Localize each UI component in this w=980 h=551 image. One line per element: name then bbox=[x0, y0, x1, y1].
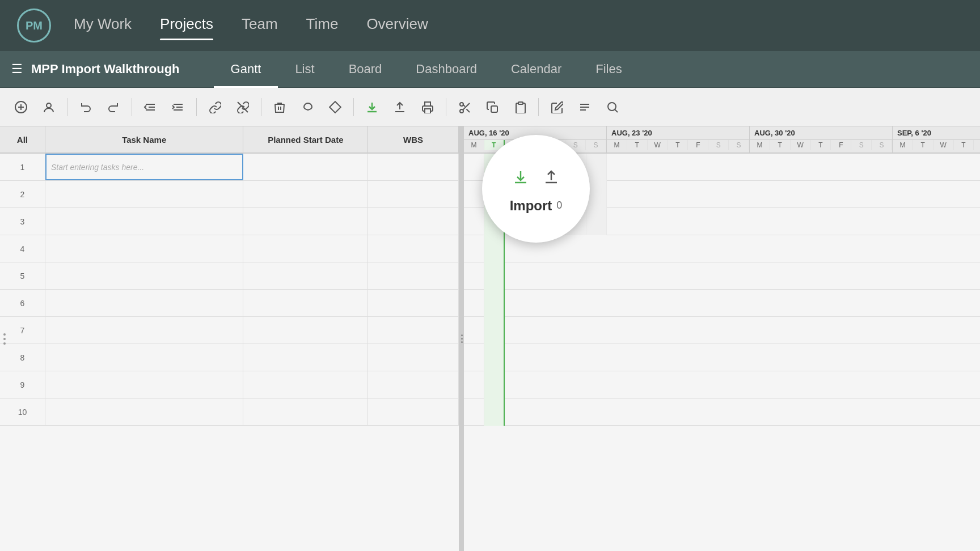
gantt-row-6 bbox=[464, 290, 980, 317]
gantt-day: M bbox=[464, 140, 484, 150]
task-cell-7[interactable] bbox=[45, 317, 244, 344]
date-cell-10[interactable] bbox=[243, 399, 368, 425]
grid-resize-handle[interactable] bbox=[459, 126, 464, 551]
task-cell-2[interactable] bbox=[45, 181, 244, 207]
import-button[interactable] bbox=[360, 95, 385, 120]
row-num-6: 6 bbox=[0, 290, 45, 316]
text-button[interactable] bbox=[572, 95, 597, 120]
app-logo[interactable]: PM bbox=[17, 9, 51, 43]
gantt-cell-today bbox=[484, 399, 505, 426]
col-header-all[interactable]: All bbox=[0, 126, 45, 152]
tab-gantt[interactable]: Gantt bbox=[214, 51, 278, 88]
gantt-row-5 bbox=[464, 262, 980, 290]
import-upload-icon[interactable] bbox=[539, 164, 564, 189]
assign-user-button[interactable] bbox=[36, 95, 61, 120]
date-cell-7[interactable] bbox=[243, 317, 368, 344]
wbs-cell-3[interactable] bbox=[368, 208, 459, 235]
date-cell-5[interactable] bbox=[243, 262, 368, 289]
task-cell-4[interactable] bbox=[45, 235, 244, 262]
col-header-task[interactable]: Task Name bbox=[45, 126, 244, 152]
nav-time[interactable]: Time bbox=[306, 15, 339, 36]
import-download-icon[interactable] bbox=[508, 164, 533, 189]
add-task-button[interactable] bbox=[9, 95, 33, 120]
task-cell-10[interactable] bbox=[45, 399, 244, 425]
outdent-button[interactable] bbox=[138, 95, 163, 120]
wbs-cell-9[interactable] bbox=[368, 371, 459, 398]
edit-button[interactable] bbox=[544, 95, 569, 120]
wbs-cell-10[interactable] bbox=[368, 399, 459, 425]
tab-list[interactable]: List bbox=[278, 51, 331, 88]
task-cell-8[interactable] bbox=[45, 344, 244, 371]
cut-button[interactable] bbox=[452, 95, 477, 120]
col-header-wbs[interactable]: WBS bbox=[368, 126, 459, 152]
wbs-cell-7[interactable] bbox=[368, 317, 459, 344]
wbs-cell-1[interactable] bbox=[368, 154, 459, 180]
delete-button[interactable] bbox=[267, 95, 292, 120]
import-tooltip-bubble: Import 0 bbox=[482, 135, 590, 243]
wbs-cell-2[interactable] bbox=[368, 181, 459, 207]
wbs-cell-6[interactable] bbox=[368, 290, 459, 316]
date-cell-3[interactable] bbox=[243, 208, 368, 235]
gantt-day-weekend: S bbox=[708, 140, 729, 150]
date-cell-8[interactable] bbox=[243, 344, 368, 371]
gantt-cell-today bbox=[484, 371, 505, 399]
nav-my-work[interactable]: My Work bbox=[74, 15, 132, 36]
nav-overview[interactable]: Overview bbox=[366, 15, 428, 36]
svg-rect-25 bbox=[518, 102, 523, 104]
wbs-cell-5[interactable] bbox=[368, 262, 459, 289]
link-button[interactable] bbox=[202, 95, 227, 120]
wbs-cell-4[interactable] bbox=[368, 235, 459, 262]
tab-files[interactable]: Files bbox=[578, 51, 639, 88]
gantt-cell-weekend bbox=[586, 154, 607, 181]
left-panel-handle[interactable] bbox=[0, 333, 9, 345]
tab-calendar[interactable]: Calendar bbox=[494, 51, 578, 88]
nav-projects[interactable]: Projects bbox=[160, 15, 213, 36]
row-num-5: 5 bbox=[0, 262, 45, 289]
nav-team[interactable]: Team bbox=[242, 15, 278, 36]
col-header-date[interactable]: Planned Start Date bbox=[243, 126, 368, 152]
gantt-cell-today bbox=[484, 290, 505, 317]
task-cell-5[interactable] bbox=[45, 262, 244, 289]
gantt-day: T bbox=[811, 140, 831, 150]
task-cell-9[interactable] bbox=[45, 371, 244, 398]
gantt-day: F bbox=[831, 140, 851, 150]
gantt-cell-today bbox=[484, 317, 505, 344]
svg-point-3 bbox=[47, 103, 51, 108]
gantt-cell bbox=[464, 290, 484, 317]
gantt-cell bbox=[464, 262, 484, 290]
export-button[interactable] bbox=[387, 95, 412, 120]
svg-line-22 bbox=[466, 109, 470, 112]
undo-button[interactable] bbox=[73, 95, 98, 120]
paint-button[interactable] bbox=[295, 95, 320, 120]
gantt-cell-today bbox=[484, 235, 505, 262]
date-cell-1[interactable] bbox=[243, 154, 368, 180]
task-cell-6[interactable] bbox=[45, 290, 244, 316]
resize-dot bbox=[461, 334, 463, 336]
hamburger-menu[interactable]: ☰ bbox=[11, 62, 23, 77]
unlink-button[interactable] bbox=[230, 95, 255, 120]
date-cell-9[interactable] bbox=[243, 371, 368, 398]
gantt-day-weekend: S bbox=[586, 140, 606, 150]
task-cell-1[interactable]: Start entering tasks here... bbox=[45, 154, 244, 180]
wbs-cell-8[interactable] bbox=[368, 344, 459, 371]
paste-button[interactable] bbox=[508, 95, 533, 120]
print-button[interactable] bbox=[415, 95, 440, 120]
svg-point-20 bbox=[460, 103, 463, 106]
row-num-2: 2 bbox=[0, 181, 45, 207]
gantt-day: F bbox=[974, 140, 980, 150]
copy-button[interactable] bbox=[480, 95, 505, 120]
tab-dashboard[interactable]: Dashboard bbox=[399, 51, 494, 88]
date-cell-2[interactable] bbox=[243, 181, 368, 207]
search-button[interactable] bbox=[600, 95, 625, 120]
task-cell-3[interactable] bbox=[45, 208, 244, 235]
task-row-9: 9 bbox=[0, 371, 459, 399]
date-cell-6[interactable] bbox=[243, 290, 368, 316]
redo-button[interactable] bbox=[101, 95, 126, 120]
tab-board[interactable]: Board bbox=[332, 51, 399, 88]
indent-button[interactable] bbox=[166, 95, 191, 120]
nav-links: My Work Projects Team Time Overview bbox=[74, 15, 428, 36]
gantt-week-4-label: SEP, 6 '20 bbox=[893, 126, 980, 140]
svg-point-19 bbox=[460, 109, 463, 113]
date-cell-4[interactable] bbox=[243, 235, 368, 262]
milestone-button[interactable] bbox=[323, 95, 348, 120]
